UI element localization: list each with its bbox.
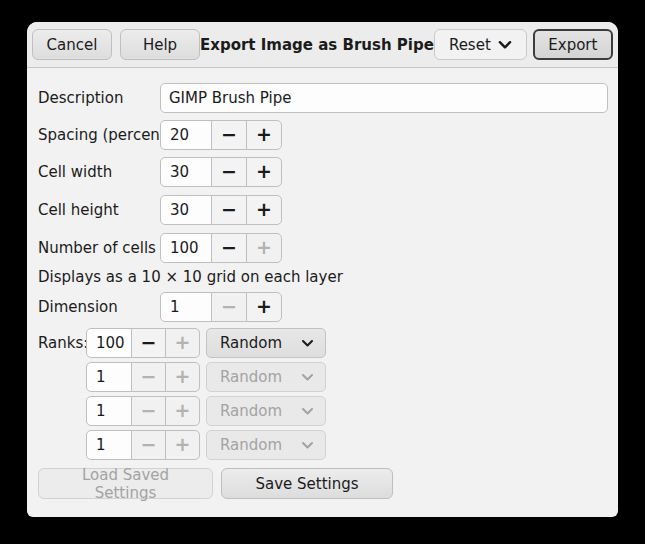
rank-4-mode-select: Random [206,430,326,460]
num-cells-decrement-button[interactable]: − [211,233,247,263]
plus-icon: + [175,399,191,421]
spacing-decrement-button[interactable]: − [211,120,247,150]
plus-icon: + [256,160,272,182]
minus-icon: − [141,399,157,421]
minus-icon: − [221,198,237,220]
cell-height-row: Cell height − + [38,195,608,225]
rank-2-mode-select: Random [206,362,326,392]
rank-3-mode-value: Random [220,402,282,420]
plus-icon: + [175,331,191,353]
plus-icon: + [256,236,272,258]
rank-3-decrement-button: − [131,396,166,426]
rank-2-spinbox: − + [86,362,200,392]
rank-3-mode-select: Random [206,396,326,426]
dimension-label: Dimension [38,298,160,316]
dimension-spinbox: − + [160,292,282,322]
reset-button[interactable]: Reset [434,29,527,60]
rank-row-4: − + Random [38,430,608,460]
rank-1-mode-select[interactable]: Random [206,328,326,358]
num-cells-input[interactable] [160,233,212,263]
chevron-down-icon [301,339,314,348]
description-input[interactable] [160,83,608,113]
description-row: Description [38,83,608,113]
dimension-row: Dimension − + [38,292,608,322]
ranks-label: Ranks: [38,334,86,352]
cell-height-input[interactable] [160,195,212,225]
minus-icon: − [141,331,157,353]
cell-height-decrement-button[interactable]: − [211,195,247,225]
spacing-row: Spacing (percent) − + [38,120,608,150]
rank-row-2: − + Random [38,362,608,392]
export-button[interactable]: Export [533,29,613,60]
reset-label: Reset [449,36,491,54]
save-settings-button[interactable]: Save Settings [221,468,393,499]
rank-1-increment-button: + [165,328,200,358]
num-cells-row: Number of cells − + [38,233,608,263]
cell-width-row: Cell width − + [38,157,608,187]
plus-icon: + [256,198,272,220]
rank-2-decrement-button: − [131,362,166,392]
chevron-down-icon [301,373,314,382]
rank-row-1: Ranks: − + Random [38,328,608,358]
plus-icon: + [175,365,191,387]
spacing-increment-button[interactable]: + [246,120,282,150]
minus-icon: − [221,123,237,145]
dialog-content: Description Spacing (percent) − + Cell w… [27,68,618,499]
cell-width-increment-button[interactable]: + [246,157,282,187]
rank-3-increment-button: + [165,396,200,426]
rank-1-decrement-button[interactable]: − [131,328,166,358]
grid-note: Displays as a 10 × 10 grid on each layer [38,268,343,286]
cancel-button[interactable]: Cancel [32,29,112,60]
rank-4-increment-button: + [165,430,200,460]
rank-4-mode-value: Random [220,436,282,454]
plus-icon: + [256,295,272,317]
chevron-down-icon [498,40,512,50]
export-brush-pipe-dialog: Cancel Help Export Image as Brush Pipe R… [27,22,618,517]
load-saved-settings-button: Load Saved Settings [38,468,213,499]
rank-1-spinbox: − + [86,328,200,358]
grid-note-row: Displays as a 10 × 10 grid on each layer [38,268,608,286]
cell-height-spinbox: − + [160,195,282,225]
rank-row-3: − + Random [38,396,608,426]
dimension-decrement-button: − [211,292,247,322]
plus-icon: + [175,433,191,455]
cell-width-spinbox: − + [160,157,282,187]
spacing-input[interactable] [160,120,212,150]
rank-4-spinbox: − + [86,430,200,460]
cell-height-increment-button[interactable]: + [246,195,282,225]
help-button[interactable]: Help [120,29,200,60]
cell-width-input[interactable] [160,157,212,187]
description-label: Description [38,89,160,107]
spacing-spinbox: − + [160,120,282,150]
spacing-label: Spacing (percent) [38,126,160,144]
rank-2-mode-value: Random [220,368,282,386]
rank-4-decrement-button: − [131,430,166,460]
num-cells-spinbox: − + [160,233,282,263]
num-cells-increment-button: + [246,233,282,263]
rank-3-input[interactable] [86,396,132,426]
rank-4-input[interactable] [86,430,132,460]
dimension-input[interactable] [160,292,212,322]
rank-1-mode-value: Random [220,334,282,352]
rank-2-increment-button: + [165,362,200,392]
num-cells-label: Number of cells [38,239,160,257]
minus-icon: − [221,160,237,182]
plus-icon: + [256,123,272,145]
dialog-title: Export Image as Brush Pipe [200,36,434,54]
cell-width-label: Cell width [38,163,160,181]
chevron-down-icon [301,441,314,450]
cell-width-decrement-button[interactable]: − [211,157,247,187]
minus-icon: − [141,365,157,387]
header-bar: Cancel Help Export Image as Brush Pipe R… [27,22,618,68]
chevron-down-icon [301,407,314,416]
minus-icon: − [221,295,237,317]
minus-icon: − [221,236,237,258]
settings-footer: Load Saved Settings Save Settings [38,468,608,499]
rank-2-input[interactable] [86,362,132,392]
rank-3-spinbox: − + [86,396,200,426]
cell-height-label: Cell height [38,201,160,219]
dimension-increment-button[interactable]: + [246,292,282,322]
minus-icon: − [141,433,157,455]
rank-1-input[interactable] [86,328,132,358]
